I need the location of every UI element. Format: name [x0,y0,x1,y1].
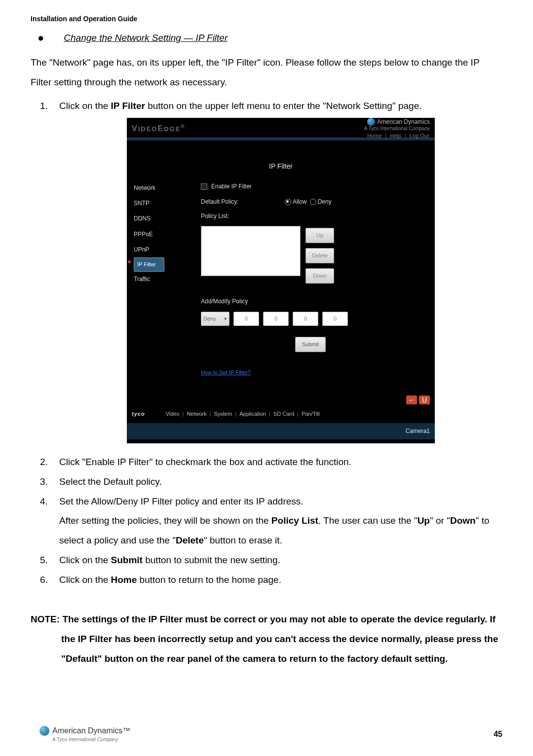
camera-label: Camera1 [127,423,435,439]
policy-action-select[interactable]: Deny▾ [201,312,229,326]
bnav-video[interactable]: Video [166,408,180,420]
nav-ipfilter[interactable]: IP Filter [134,257,164,272]
nav-active-dot-icon [128,260,131,263]
enable-label: Enable IP Filter [211,180,252,193]
intro-paragraph: The "Network" page has, on its upper lef… [31,53,502,92]
link-home[interactable]: Home [367,133,381,139]
link-logout[interactable]: Log Out [410,133,429,139]
left-nav: Network SNTP DDNS PPPoE UPnP IP Filter T… [127,180,201,379]
ip-octet-1[interactable]: 0 [233,312,259,326]
videoedge-logo: VIDEOEDGE® [132,120,186,137]
nav-sntp[interactable]: SNTP [134,196,201,211]
step-1-bold: IP Filter [111,101,145,111]
note-paragraph: NOTE: The settings of the IP Filter must… [31,610,502,669]
step-2: Click "Enable IP Filter" to checkmark th… [50,452,502,472]
ad-swirl-icon [39,726,49,736]
brand-subtext: A Tyco International Company [364,126,430,132]
shot-header: VIDEOEDGE® American Dynamics A Tyco Inte… [127,118,435,138]
bullet-icon: ● [38,33,44,43]
note-body: The settings of the IP Filter must be co… [61,614,498,664]
radio-deny-label: Deny [318,196,332,208]
tyco-logo: tyco [132,408,145,420]
up-button[interactable]: Up [305,228,334,243]
step-4b: After setting the policies, they will be… [59,511,502,550]
ip-octet-2[interactable]: 0 [263,312,289,326]
chevron-down-icon: ▾ [224,313,227,324]
submit-button[interactable]: Submit [295,337,326,352]
header-links: Home | Help | Log Out [364,133,430,139]
footer-brand: American Dynamics™ [52,726,130,735]
steps-list: Click on the IP Filter button on the upp… [31,96,502,590]
screenshot: VIDEOEDGE® American Dynamics A Tyco Inte… [127,118,435,443]
bnav-application[interactable]: Application [239,408,266,420]
panel-title: IP Filter [127,153,435,180]
note-label: NOTE: [31,614,62,624]
form-area: Enable IP Filter Default Policy: Allow D… [201,180,435,379]
bnav-sdcard[interactable]: SD Card [273,408,294,420]
brand-text: American Dynamics [377,118,430,125]
policy-list-label: Policy List: [201,210,265,222]
bnav-pantilt[interactable]: Pan/Tilt [302,408,320,420]
u-button[interactable]: U [419,396,430,404]
step-6: Click on the Home button to return to th… [50,570,502,590]
doc-header: Installation and Operation Guide [31,15,502,23]
step-1: Click on the IP Filter button on the upp… [50,96,502,443]
delete-button[interactable]: Delete [305,248,334,263]
ip-octet-3[interactable]: 0 [293,312,318,326]
step-1-post: button on the upper left menu to enter t… [145,101,422,111]
nav-network[interactable]: Network [134,180,201,196]
footer-subbrand: A Tyco International Company [52,737,130,742]
page-footer: American Dynamics™ A Tyco International … [39,726,502,742]
nav-ddns[interactable]: DDNS [134,211,201,226]
ip-octet-4[interactable]: 0 [322,312,348,326]
section-heading-row: ● Change the Network Setting — IP Filter [38,33,502,43]
radio-allow[interactable] [285,199,291,205]
step-5: Click on the Submit button to submit the… [50,550,502,570]
page-number: 45 [494,730,502,739]
down-button[interactable]: Down [305,268,334,284]
step-3: Select the Default policy. [50,472,502,492]
bnav-system[interactable]: System [214,408,232,420]
radio-deny[interactable] [310,199,316,205]
step-4a: Set the Allow/Deny IP Filter policy and … [59,496,304,506]
how-to-link[interactable]: How to Set IP Filter? [201,367,251,378]
nav-pppoe[interactable]: PPPoE [134,227,201,242]
nav-upnp[interactable]: UPnP [134,242,201,257]
back-arrow-icon: ← [408,393,415,407]
step-1-pre: Click on the [59,101,111,111]
bnav-network[interactable]: Network [187,408,206,420]
header-right: American Dynamics A Tyco International C… [364,118,430,139]
policy-listbox[interactable] [201,226,301,276]
nav-traffic[interactable]: Traffic [134,272,201,287]
enable-checkbox[interactable] [201,183,207,190]
link-help[interactable]: Help [390,133,401,139]
radio-allow-label: Allow [293,196,307,208]
add-modify-heading: Add/Modify Policy [201,295,420,308]
section-heading: Change the Network Setting — IP Filter [64,33,228,43]
back-arrow-button[interactable]: ← [406,396,417,404]
step-4: Set the Allow/Deny IP Filter policy and … [50,492,502,551]
default-policy-label: Default Policy: [201,196,265,208]
ad-swirl-icon [367,118,375,126]
